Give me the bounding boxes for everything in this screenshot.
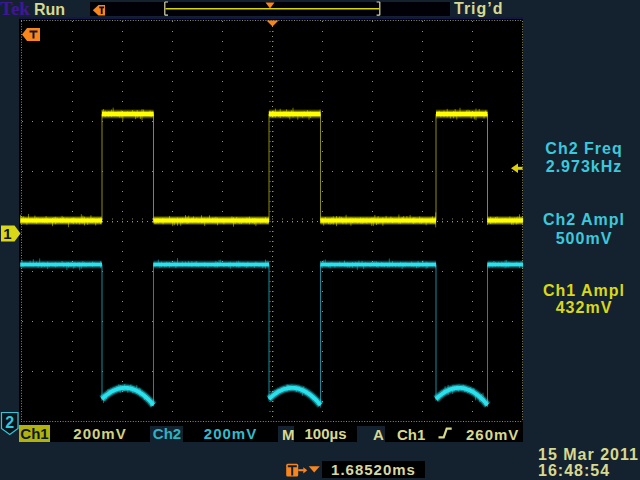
svg-text:1: 1 [3, 225, 11, 242]
svg-text:2: 2 [5, 414, 14, 431]
